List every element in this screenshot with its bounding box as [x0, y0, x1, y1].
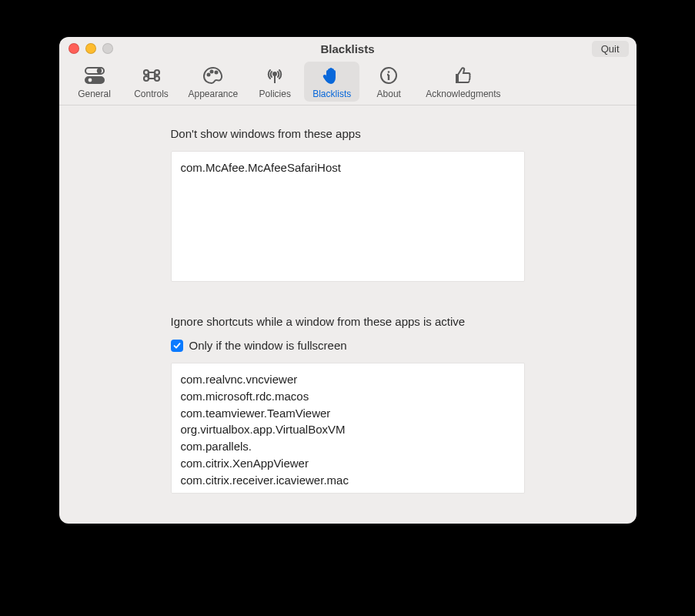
preferences-toolbar: General Controls Appearance: [59, 60, 637, 105]
hand-icon: [320, 65, 343, 89]
tab-label: Acknowledgments: [426, 89, 500, 99]
quit-button[interactable]: Quit: [592, 41, 629, 57]
hide-apps-textarea[interactable]: [171, 151, 525, 282]
ignore-shortcuts-textarea[interactable]: [171, 363, 525, 494]
fullscreen-only-label: Only if the window is fullscreen: [189, 339, 347, 352]
palette-icon: [202, 65, 225, 89]
antenna-icon: [263, 65, 286, 89]
info-icon: [377, 65, 400, 89]
section-hide-apps: Don't show windows from these apps: [171, 127, 525, 284]
tab-appearance[interactable]: Appearance: [181, 62, 246, 102]
tab-label: Policies: [259, 89, 291, 99]
tab-controls[interactable]: Controls: [124, 62, 179, 102]
ignore-shortcuts-label: Ignore shortcuts while a window from the…: [171, 315, 525, 328]
content-area: Don't show windows from these apps Ignor…: [59, 105, 637, 524]
svg-point-10: [388, 71, 390, 73]
minimize-window-button[interactable]: [85, 43, 96, 54]
toggles-icon: [83, 65, 106, 89]
titlebar: Blacklists Quit: [59, 37, 637, 60]
tab-about[interactable]: About: [361, 62, 416, 102]
svg-rect-2: [85, 77, 104, 83]
svg-point-7: [273, 72, 276, 75]
tab-general[interactable]: General: [67, 62, 122, 102]
tab-policies[interactable]: Policies: [247, 62, 302, 102]
fullscreen-only-checkbox[interactable]: [171, 340, 183, 352]
tab-label: Blacklists: [312, 89, 351, 99]
traffic-lights: [68, 43, 113, 54]
section-ignore-shortcuts: Ignore shortcuts while a window from the…: [171, 315, 525, 496]
tab-acknowledgments[interactable]: Acknowledgments: [418, 62, 508, 102]
svg-point-6: [215, 72, 217, 74]
tab-blacklists[interactable]: Blacklists: [304, 62, 359, 102]
close-window-button[interactable]: [68, 43, 79, 54]
preferences-window: Blacklists Quit General Controls: [59, 37, 637, 524]
tab-label: About: [377, 89, 401, 99]
svg-point-1: [97, 69, 100, 72]
fullscreen-only-row: Only if the window is fullscreen: [171, 339, 525, 352]
svg-point-5: [210, 71, 212, 73]
window-title: Blacklists: [59, 42, 637, 55]
zoom-window-button[interactable]: [102, 43, 113, 54]
svg-point-3: [88, 79, 92, 82]
hide-apps-label: Don't show windows from these apps: [171, 127, 525, 140]
svg-point-4: [207, 74, 209, 76]
thumbs-up-icon: [452, 65, 475, 89]
tab-label: Controls: [134, 89, 169, 99]
command-icon: [140, 65, 163, 89]
tab-label: Appearance: [189, 89, 239, 99]
tab-label: General: [78, 89, 111, 99]
